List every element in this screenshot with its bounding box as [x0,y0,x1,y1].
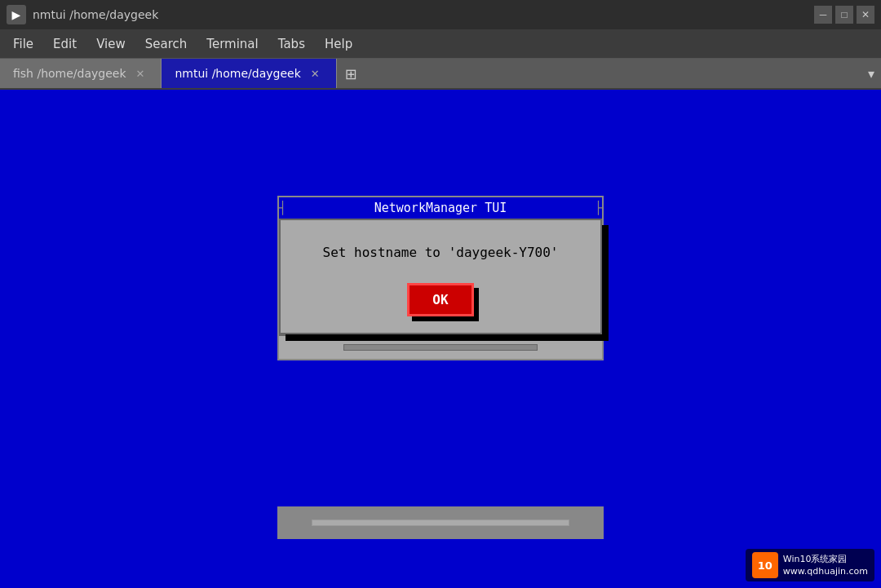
minimize-button[interactable]: ─ [814,6,832,24]
nmtui-bottom-frame [277,506,604,539]
terminal-icon: ▶ [7,5,26,24]
menu-edit[interactable]: Edit [43,33,86,55]
nmtui-title-bar: NetworkManager TUI [279,197,602,219]
maximize-button[interactable]: □ [835,6,853,24]
dialog-buttons: OK [297,283,584,316]
tab-add-button[interactable]: ⊞ [337,59,365,88]
menu-view[interactable]: View [86,33,135,55]
dialog-message: Set hostname to 'daygeek-Y700' [297,245,584,260]
tab-nmtui-label: nmtui /home/daygeek [175,67,300,80]
tab-nmtui-close[interactable]: ✕ [308,66,323,82]
title-bar-title: nmtui /home/daygeek [33,8,158,21]
menu-tabs[interactable]: Tabs [268,33,315,55]
title-bar-controls: ─ □ ✕ [814,6,874,24]
terminal-content: NetworkManager TUI Set hostname to 'dayg… [0,90,881,588]
title-bar-left: ▶ nmtui /home/daygeek [7,5,158,24]
menu-terminal[interactable]: Terminal [197,33,268,55]
menu-search[interactable]: Search [135,33,197,55]
nmtui-outer-frame: NetworkManager TUI Set hostname to 'dayg… [277,196,604,360]
menu-help[interactable]: Help [315,33,362,55]
watermark-text: Win10系统家园 www.qdhuajin.com [783,553,868,578]
watermark-line1: Win10系统家园 [783,553,868,565]
menu-file[interactable]: File [3,33,43,55]
tab-bar: fish /home/daygeek ✕ nmtui /home/daygeek… [0,59,881,90]
watermark-logo: 10 [752,552,778,578]
ok-button[interactable]: OK [407,283,473,316]
watermark: 10 Win10系统家园 www.qdhuajin.com [746,549,874,581]
tab-dropdown-button[interactable]: ▾ [861,59,881,88]
watermark-line2: www.qdhuajin.com [783,565,868,577]
close-button[interactable]: ✕ [857,6,874,24]
dialog-container: Set hostname to 'daygeek-Y700' OK [279,219,602,334]
title-bar: ▶ nmtui /home/daygeek ─ □ ✕ [0,0,881,29]
tab-fish-close[interactable]: ✕ [133,66,148,82]
nmtui-title: NetworkManager TUI [374,201,507,215]
ok-button-wrapper: OK [407,283,473,316]
tab-fish-label: fish /home/daygeek [13,67,126,80]
dialog-inner: Set hostname to 'daygeek-Y700' OK [279,219,602,334]
menu-bar: File Edit View Search Terminal Tabs Help [0,29,881,59]
tab-nmtui[interactable]: nmtui /home/daygeek ✕ [162,59,336,88]
tab-fish[interactable]: fish /home/daygeek ✕ [0,59,162,88]
